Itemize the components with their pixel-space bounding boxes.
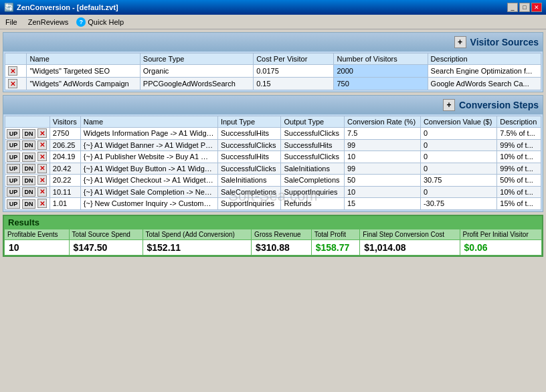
visitor-name: "Widgets" Targeted SEO xyxy=(27,65,140,78)
move-up-button[interactable]: UP xyxy=(7,199,20,209)
move-up-button[interactable]: UP xyxy=(7,129,20,138)
visitor-row: ✕ "Widgets" Targeted SEO Organic 0.0175 … xyxy=(5,65,541,78)
step-conv-rate: 10 xyxy=(344,186,420,198)
step-input-type: SaleInitiations xyxy=(217,175,281,187)
add-conversion-step-button[interactable]: + xyxy=(443,99,455,111)
conversion-row: UP DN ✕ 1.01 {~} New Customer Inquiry ->… xyxy=(5,198,541,210)
menu-zenreviews[interactable]: ZenReviews xyxy=(25,17,72,27)
results-value: $158.77 xyxy=(311,239,360,255)
move-up-button[interactable]: UP xyxy=(7,187,20,197)
col-actions xyxy=(5,116,50,128)
remove-step-button[interactable]: ✕ xyxy=(37,199,47,208)
step-name: {~} A1 Widget Checkout -> A1 Widget Sale… xyxy=(80,175,217,187)
move-up-button[interactable]: UP xyxy=(7,153,20,162)
step-conv-rate: 10 xyxy=(344,151,420,163)
move-up-button[interactable]: UP xyxy=(7,164,20,173)
step-description: 99% of t... xyxy=(497,139,541,151)
results-title: Results xyxy=(8,217,39,227)
col-remove xyxy=(5,54,27,65)
menu-quickhelp[interactable]: ? Quick Help xyxy=(76,17,124,27)
col-visitors: Visitors xyxy=(50,116,80,128)
minimize-button[interactable]: _ xyxy=(507,3,518,12)
step-output-type: SuccessfulClicks xyxy=(281,128,345,140)
col-input-type: Input Type xyxy=(217,116,281,128)
results-table: Profitable EventsTotal Source SpendTotal… xyxy=(4,229,542,256)
step-conv-value: 0 xyxy=(420,151,496,163)
move-down-button[interactable]: DN xyxy=(22,199,35,209)
step-description: 10% of t... xyxy=(497,186,541,198)
remove-step-button[interactable]: ✕ xyxy=(37,164,47,173)
step-output-type: SuccessfulClicks xyxy=(281,151,345,163)
step-input-type: SuccessfulHits xyxy=(217,128,281,140)
step-description: 99% of t... xyxy=(497,163,541,175)
move-down-button[interactable]: DN xyxy=(22,140,35,150)
remove-step-button[interactable]: ✕ xyxy=(37,152,47,161)
results-col-header: Final Step Conversion Cost xyxy=(360,229,460,239)
results-value: $1,014.08 xyxy=(360,239,460,255)
visitor-count: 750 xyxy=(334,78,428,90)
conversion-steps-table: Visitors Name Input Type Output Type Con… xyxy=(5,116,541,210)
remove-step-button[interactable]: ✕ xyxy=(37,187,47,197)
visitor-description: Search Engine Optimization f... xyxy=(428,65,541,78)
step-conv-rate: 7.5 xyxy=(344,128,420,140)
results-value: $310.88 xyxy=(252,239,312,255)
title-bar: 🔄 ZenConversion - [default.zvt] _ □ ✕ xyxy=(0,0,546,15)
remove-visitor-button[interactable]: ✕ xyxy=(8,79,17,88)
visitor-cost: 0.15 xyxy=(254,78,334,90)
help-icon: ? xyxy=(76,17,86,27)
conversion-row: UP DN ✕ 206.25 {~} A1 Widget Banner -> A… xyxy=(5,139,541,151)
menu-bar: File ZenReviews ? Quick Help xyxy=(0,15,546,29)
results-value: $0.06 xyxy=(460,239,541,255)
visitor-sources-panel: + Visitor Sources Name Source Type Cost … xyxy=(3,32,543,92)
col-num-visitors: Number of Visitors xyxy=(334,54,428,65)
step-input-type: SuccessfulClicks xyxy=(217,139,281,151)
conversion-steps-title: Conversion Steps xyxy=(459,100,539,110)
step-visitors: 206.25 xyxy=(50,139,80,151)
step-conv-value: -30.75 xyxy=(420,198,496,210)
results-col-header: Profitable Events xyxy=(5,229,70,239)
col-conv-rate: Conversion Rate (%) xyxy=(344,116,420,128)
conversion-steps-header: + Conversion Steps xyxy=(3,96,543,114)
visitor-source-type: PPCGoogleAdWordsSearch xyxy=(140,78,253,90)
visitor-row: ✕ "Widgets" AdWords Campaign PPCGoogleAd… xyxy=(5,78,541,90)
col-step-name: Name xyxy=(80,116,217,128)
remove-step-button[interactable]: ✕ xyxy=(37,175,47,185)
step-name: {~} A1 Widget Buy Button -> A1 Widget On… xyxy=(80,163,217,175)
visitor-source-type: Organic xyxy=(140,65,253,78)
visitor-cost: 0.0175 xyxy=(254,65,334,78)
move-down-button[interactable]: DN xyxy=(22,176,35,185)
results-value: 10 xyxy=(5,239,70,255)
remove-step-button[interactable]: ✕ xyxy=(37,140,47,150)
move-down-button[interactable]: DN xyxy=(22,164,35,173)
close-button[interactable]: ✕ xyxy=(531,3,542,12)
step-conv-rate: 50 xyxy=(344,175,420,187)
move-down-button[interactable]: DN xyxy=(22,129,35,138)
step-conv-rate: 15 xyxy=(344,198,420,210)
move-up-button[interactable]: UP xyxy=(7,140,20,150)
menu-file[interactable]: File xyxy=(3,17,20,27)
remove-step-button[interactable]: ✕ xyxy=(37,128,47,138)
col-output-type: Output Type xyxy=(281,116,345,128)
remove-visitor-button[interactable]: ✕ xyxy=(8,66,17,76)
move-up-button[interactable]: UP xyxy=(7,176,20,185)
step-visitors: 10.11 xyxy=(50,186,80,198)
step-description: 10% of t... xyxy=(497,151,541,163)
step-conv-rate: 99 xyxy=(344,139,420,151)
move-down-button[interactable]: DN xyxy=(22,187,35,197)
step-conv-value: 30.75 xyxy=(420,175,496,187)
results-col-header: Total Profit xyxy=(311,229,360,239)
results-value: $147.50 xyxy=(69,239,143,255)
add-visitor-source-button[interactable]: + xyxy=(454,36,466,48)
col-source-type: Source Type xyxy=(140,54,253,65)
step-input-type: SuccessfulClicks xyxy=(217,163,281,175)
step-visitors: 20.42 xyxy=(50,163,80,175)
results-value: $152.11 xyxy=(143,239,252,255)
results-col-header: Total Source Spend xyxy=(69,229,143,239)
step-conv-value: 0 xyxy=(420,128,496,140)
visitor-sources-header: + Visitor Sources xyxy=(3,33,543,52)
move-down-button[interactable]: DN xyxy=(22,153,35,162)
visitor-count: 2000 xyxy=(334,65,428,78)
col-name: Name xyxy=(27,54,140,65)
maximize-button[interactable]: □ xyxy=(519,3,530,12)
results-col-header: Total Spend (Add Conversion) xyxy=(143,229,252,239)
